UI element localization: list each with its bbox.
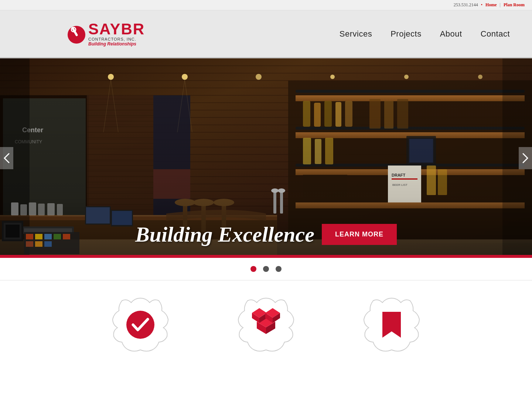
svg-rect-125 — [44, 234, 52, 239]
nav-projects[interactable]: Projects — [391, 29, 421, 39]
icon-frame-blocks — [236, 295, 296, 354]
logo-container: SAYBR CONTRACTORS, INC. Building Relatio… — [66, 19, 145, 49]
main-nav: Services Projects About Contact — [340, 29, 510, 39]
icon-border-checkmark — [111, 295, 170, 354]
icon-item-blocks — [236, 295, 296, 354]
svg-rect-124 — [35, 234, 42, 239]
svg-rect-127 — [63, 234, 70, 239]
svg-point-109 — [271, 188, 279, 193]
icon-item-checkmark — [111, 295, 170, 354]
svg-rect-116 — [47, 203, 55, 215]
logo-subtitle: CONTRACTORS, INC. — [88, 37, 145, 41]
hero-bottom-bar — [0, 255, 532, 258]
icon-border-blocks — [236, 295, 296, 354]
logo-company-name: SAYBR — [88, 21, 145, 37]
pipe-separator: | — [500, 2, 501, 8]
hero-content: Building Excellence LEARN MORE — [135, 222, 397, 247]
icon-frame-checkmark — [111, 295, 170, 354]
svg-rect-126 — [54, 234, 61, 239]
svg-rect-130 — [44, 241, 52, 247]
svg-rect-135 — [6, 225, 20, 238]
nav-contact[interactable]: Contact — [481, 29, 510, 39]
svg-rect-112 — [11, 202, 18, 215]
learn-more-button[interactable]: LEARN MORE — [322, 224, 397, 245]
svg-rect-128 — [26, 241, 33, 247]
svg-rect-110 — [280, 191, 283, 214]
slider-dot-2[interactable] — [263, 266, 269, 272]
icon-border-bookmark — [362, 295, 421, 354]
separator-dot: • — [481, 2, 482, 8]
hero-title: Building Excellence — [135, 222, 314, 247]
svg-rect-115 — [38, 204, 45, 215]
nav-services[interactable]: Services — [340, 29, 372, 39]
svg-rect-113 — [20, 204, 27, 215]
icon-item-bookmark — [362, 295, 421, 354]
phone-number: 253.531.2144 — [454, 2, 478, 8]
icons-section — [0, 280, 532, 365]
svg-rect-119 — [86, 207, 110, 224]
slider-next-arrow[interactable] — [519, 147, 532, 169]
svg-rect-114 — [29, 202, 36, 215]
slider-dot-3[interactable] — [276, 266, 282, 272]
hero-section: Center COMMUNITY — [0, 58, 532, 258]
top-bar: 253.531.2144 • Home | Plan Room — [0, 0, 532, 10]
svg-rect-132 — [112, 211, 132, 225]
svg-point-136 — [126, 311, 154, 339]
home-link[interactable]: Home — [485, 2, 497, 8]
logo-text: SAYBR CONTRACTORS, INC. Building Relatio… — [88, 21, 145, 47]
svg-point-111 — [278, 188, 285, 193]
svg-rect-117 — [57, 204, 63, 215]
slider-dots — [0, 258, 532, 280]
logo-icon — [66, 19, 87, 49]
svg-rect-108 — [273, 191, 276, 214]
logo-tagline: Building Relationships — [88, 41, 145, 47]
svg-rect-123 — [26, 234, 33, 239]
icon-frame-bookmark — [362, 295, 421, 354]
slider-dot-1[interactable] — [250, 266, 256, 272]
site-header: SAYBR CONTRACTORS, INC. Building Relatio… — [0, 10, 532, 58]
planroom-link[interactable]: Plan Room — [504, 2, 525, 8]
nav-about[interactable]: About — [440, 29, 462, 39]
slider-prev-arrow[interactable] — [0, 147, 13, 169]
svg-rect-129 — [35, 241, 42, 247]
